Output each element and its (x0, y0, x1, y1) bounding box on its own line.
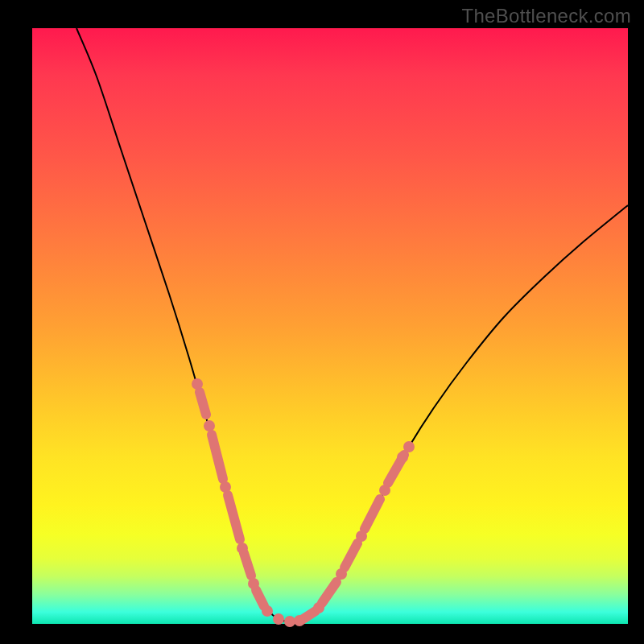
marker-dot (313, 602, 324, 613)
marker-segment (212, 435, 223, 479)
marker-dot (262, 605, 273, 617)
plot-area (32, 28, 628, 624)
marker-dot (192, 378, 203, 390)
marker-dot (273, 613, 284, 625)
marker-segment (200, 392, 206, 415)
marker-segment (345, 543, 357, 568)
marker-segments (200, 392, 404, 620)
marker-dot (356, 530, 367, 542)
marker-dot (336, 568, 347, 580)
bottleneck-curve (76, 28, 628, 622)
chart-frame: TheBottleneck.com (0, 0, 644, 644)
marker-dot (294, 615, 305, 626)
marker-dot (204, 420, 215, 431)
marker-segment (228, 495, 240, 539)
marker-dot (248, 578, 259, 589)
marker-dot (403, 441, 415, 452)
marker-segment (256, 590, 264, 606)
curve-svg (32, 28, 628, 624)
marker-dot (237, 543, 248, 554)
marker-dot (284, 616, 295, 627)
marker-segment (322, 582, 336, 603)
marker-dot (220, 481, 231, 493)
marker-dot (379, 485, 390, 496)
marker-segment (365, 499, 380, 529)
watermark-text: TheBottleneck.com (461, 5, 631, 27)
marker-dot (397, 452, 408, 463)
marker-segment (244, 553, 251, 576)
